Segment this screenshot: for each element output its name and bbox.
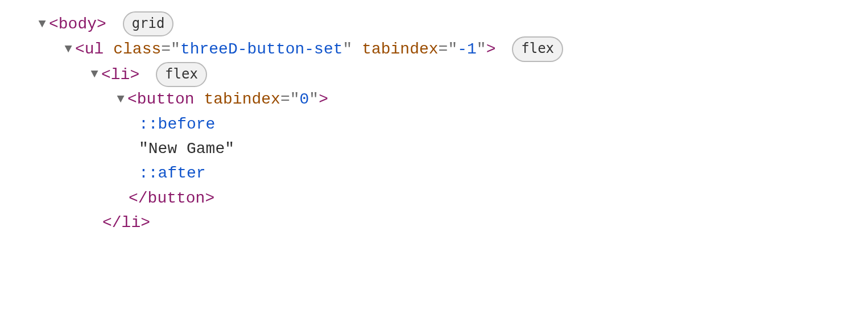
attr-value: 0 — [300, 90, 309, 108]
tree-node-text[interactable]: "New Game" — [34, 137, 868, 161]
pseudo-element: ::before — [139, 116, 215, 133]
expand-arrow-icon[interactable]: ▼ — [86, 65, 102, 84]
tag-name: button — [137, 90, 195, 108]
tag-name: ul — [85, 40, 104, 58]
attr-name: class — [113, 40, 161, 58]
layout-badge[interactable]: flex — [156, 62, 207, 87]
pseudo-element: ::after — [139, 164, 206, 182]
tag-name: button — [148, 189, 205, 207]
tree-node-close-li[interactable]: </li> — [34, 211, 868, 235]
attr-name: tabindex — [362, 40, 438, 58]
tree-node-body[interactable]: ▼<body> grid — [34, 11, 868, 36]
expand-arrow-icon[interactable]: ▼ — [113, 90, 129, 109]
tree-node-button[interactable]: ▼<button tabindex="0"> — [34, 87, 868, 112]
tree-node-pseudo-before[interactable]: ::before — [34, 112, 868, 137]
tree-node-ul[interactable]: ▼<ul class="threeD-button-set" tabindex=… — [34, 36, 868, 61]
expand-arrow-icon[interactable]: ▼ — [34, 15, 50, 34]
attr-value: -1 — [457, 40, 477, 58]
tree-node-li[interactable]: ▼<li> flex — [34, 62, 868, 87]
attr-value: threeD-button-set — [180, 40, 343, 58]
layout-badge[interactable]: flex — [512, 36, 563, 61]
attr-name: tabindex — [204, 90, 280, 108]
tree-node-pseudo-after[interactable]: ::after — [34, 161, 868, 185]
tag-name: body — [59, 15, 97, 33]
layout-badge[interactable]: grid — [123, 11, 174, 36]
text-content: "New Game" — [139, 140, 234, 158]
tag-name: li — [111, 66, 130, 84]
tag-name: li — [122, 214, 141, 232]
expand-arrow-icon[interactable]: ▼ — [60, 40, 76, 59]
tree-node-close-button[interactable]: </button> — [34, 186, 868, 211]
dom-tree: ▼<body> grid ▼<ul class="threeD-button-s… — [0, 0, 868, 247]
